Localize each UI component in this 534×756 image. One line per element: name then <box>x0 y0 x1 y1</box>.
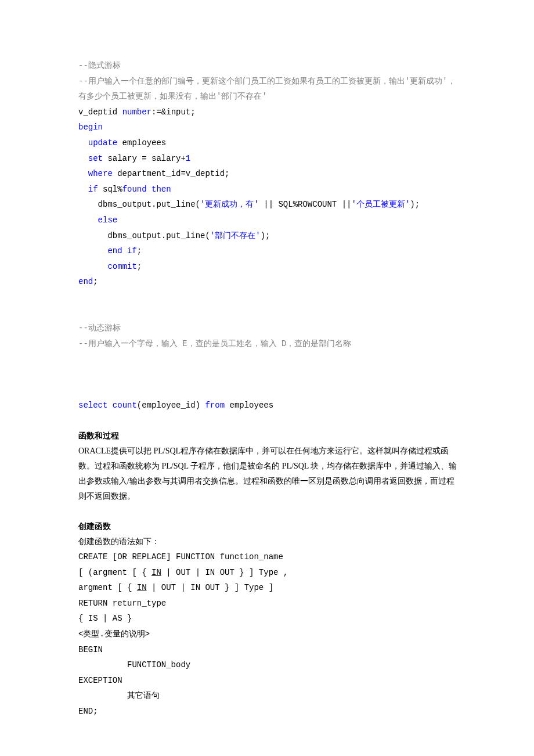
code-line: begin <box>78 120 459 135</box>
code-line: where department_id=v_deptid; <box>78 166 459 182</box>
blank-line <box>78 351 459 367</box>
blank-line <box>78 305 459 321</box>
syntax-block: CREATE [OR REPLACE] FUNCTION function_na… <box>78 549 459 719</box>
code-line: commit; <box>78 259 459 275</box>
code-line: RETURN return_type <box>78 596 459 611</box>
code-line: 其它语句 <box>78 688 459 704</box>
code-block-2: --动态游标 --用户输入一个字母，输入 E，查的是员工姓名，输入 D，查的是部… <box>78 321 459 351</box>
blank-line <box>78 413 459 429</box>
code-line: argment [ { IN | OUT | IN OUT } ] Type ] <box>78 580 459 596</box>
section-create-function: 创建函数 创建函数的语法如下： CREATE [OR REPLACE] FUNC… <box>78 519 459 719</box>
comment-line: --用户输入一个字母，输入 E，查的是员工姓名，输入 D，查的是部门名称 <box>78 336 459 352</box>
comment-line: --隐式游标 <box>78 58 459 74</box>
blank-line <box>78 290 459 305</box>
section-functions-procedures: 函数和过程 ORACLE提供可以把 PL/SQL程序存储在数据库中，并可以在任何… <box>78 429 459 503</box>
comment-line: --用户输入一个任意的部门编号，更新这个部门员工的工资如果有员工的工资被更新，输… <box>78 74 459 105</box>
code-line: v_deptid number:=&input; <box>78 105 459 120</box>
code-line: end; <box>78 274 459 290</box>
document-page: --隐式游标 --用户输入一个任意的部门编号，更新这个部门员工的工资如果有员工的… <box>0 0 534 756</box>
code-line: select count(employee_id) from employees <box>78 398 459 413</box>
code-line: dbms_output.put_line('更新成功，有' || SQL%ROW… <box>78 197 459 213</box>
intro-line: 创建函数的语法如下： <box>78 534 459 549</box>
code-line: { IS | AS } <box>78 611 459 627</box>
paragraph: ORACLE提供可以把 PL/SQL程序存储在数据库中，并可以在任何地方来运行它… <box>78 444 459 504</box>
code-line: <类型.变量的说明> <box>78 627 459 642</box>
code-line: if sql%found then <box>78 182 459 197</box>
code-line: end if; <box>78 243 459 259</box>
blank-line <box>78 367 459 383</box>
code-line: EXCEPTION <box>78 673 459 689</box>
code-line: CREATE [OR REPLACE] FUNCTION function_na… <box>78 549 459 565</box>
code-line: else <box>78 213 459 228</box>
section-heading: 函数和过程 <box>78 429 459 444</box>
blank-line <box>78 504 459 520</box>
code-block-3: select count(employee_id) from employees <box>78 398 459 413</box>
code-line: [ (argment [ { IN | OUT | IN OUT } ] Typ… <box>78 565 459 581</box>
code-line: set salary = salary+1 <box>78 151 459 167</box>
code-line: update employees <box>78 135 459 151</box>
code-block-1: --隐式游标 --用户输入一个任意的部门编号，更新这个部门员工的工资如果有员工的… <box>78 58 459 290</box>
section-heading: 创建函数 <box>78 519 459 534</box>
comment-line: --动态游标 <box>78 321 459 336</box>
code-line: BEGIN <box>78 642 459 658</box>
code-line: FUNCTION_body <box>78 657 459 673</box>
code-line: END; <box>78 704 459 719</box>
blank-line <box>78 382 459 398</box>
code-line: dbms_output.put_line('部门不存在'); <box>78 228 459 244</box>
